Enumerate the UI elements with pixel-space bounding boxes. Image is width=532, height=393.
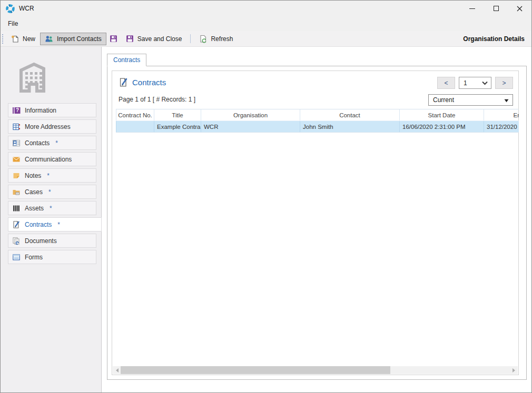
addresses-icon — [12, 123, 21, 131]
sidebar: ? Information More Addresses — [1, 47, 102, 393]
refresh-button[interactable]: Refresh — [194, 33, 238, 45]
organisation-building-icon — [13, 58, 51, 96]
import-contacts-button[interactable]: Import Contacts — [40, 33, 106, 45]
sidebar-item-label: Forms — [25, 254, 43, 261]
menu-bar: File — [1, 16, 531, 31]
envelope-icon — [12, 155, 21, 164]
documents-icon — [12, 237, 21, 245]
window-controls — [460, 1, 531, 16]
dropdown-arrow-icon — [504, 99, 509, 103]
contract-icon — [12, 220, 21, 229]
toolbar-separator — [190, 34, 191, 43]
column-header[interactable]: End Date — [484, 109, 519, 121]
sidebar-nav: ? Information More Addresses — [8, 103, 96, 266]
prev-page-button[interactable]: < — [437, 77, 455, 89]
tab-contracts[interactable]: Contracts — [107, 54, 146, 66]
grid-header-row: Contract No. Title Organisation Contact … — [116, 109, 519, 121]
table-row[interactable]: Example Contract WCR John Smith 16/06/20… — [116, 121, 519, 133]
sidebar-item-notes[interactable]: Notes * — [8, 168, 96, 183]
sidebar-item-label: Documents — [25, 237, 57, 245]
save-button[interactable] — [106, 33, 121, 45]
modified-asterisk: * — [55, 139, 58, 147]
sidebar-item-contracts[interactable]: Contracts * — [8, 217, 102, 231]
page-info: Page 1 of 1 [ # Records: 1 ] — [119, 96, 195, 103]
cell-end-date: 31/12/2020 5 — [484, 121, 519, 133]
cell-title: Example Contract — [154, 121, 201, 133]
note-icon — [12, 172, 21, 180]
cell-organisation: WCR — [201, 121, 300, 133]
sidebar-item-assets[interactable]: Assets * — [8, 201, 96, 215]
content-area: ? Information More Addresses — [1, 47, 531, 393]
modified-asterisk: * — [47, 172, 50, 179]
maximize-button[interactable] — [484, 1, 508, 16]
sidebar-item-information[interactable]: ? Information — [8, 103, 96, 117]
sidebar-item-label: Contracts — [25, 221, 52, 228]
barcode-icon — [12, 204, 21, 213]
save-icon — [109, 34, 118, 43]
close-icon — [517, 6, 523, 12]
people-icon — [45, 35, 54, 43]
scroll-left-icon — [114, 368, 119, 372]
save-and-close-label: Save and Close — [137, 35, 182, 43]
column-header[interactable]: Title — [154, 109, 201, 121]
column-header[interactable]: Start Date — [400, 109, 484, 121]
horizontal-scrollbar[interactable] — [113, 366, 518, 374]
scroll-right-icon — [513, 368, 517, 372]
filter-value: Current — [433, 96, 454, 104]
close-button[interactable] — [508, 1, 531, 16]
chevron-down-icon — [482, 81, 488, 85]
new-document-icon — [11, 35, 19, 43]
sidebar-item-label: Assets — [25, 205, 44, 212]
maximize-icon — [494, 6, 499, 11]
cell-start-date: 16/06/2020 2:31:00 PM — [400, 121, 484, 133]
sidebar-item-communications[interactable]: Communications — [8, 152, 96, 166]
cell-contact: John Smith — [300, 121, 400, 133]
filter-dropdown[interactable]: Current — [428, 94, 513, 106]
scroll-left-button[interactable] — [113, 366, 121, 374]
contracts-grid: Contract No. Title Organisation Contact … — [116, 109, 519, 133]
scroll-right-button[interactable] — [510, 366, 518, 374]
new-button[interactable]: New — [6, 33, 40, 45]
page-select-value: 1 — [464, 79, 467, 87]
next-page-button[interactable]: > — [495, 77, 513, 89]
toolbar: New Import Contacts — [1, 31, 531, 47]
column-header[interactable]: Organisation — [201, 109, 300, 121]
sidebar-item-label: More Addresses — [25, 123, 71, 130]
contracts-panel: Contracts < 1 > Page 1 of 1 [ # Records:… — [112, 70, 519, 375]
column-header[interactable]: Contract No. — [116, 109, 154, 121]
window-title: WCR — [19, 5, 34, 12]
minimize-icon — [469, 8, 475, 9]
sidebar-item-contacts[interactable]: Contacts * — [8, 136, 96, 150]
save-and-close-button[interactable]: Save and Close — [121, 33, 187, 45]
panel-heading: Contracts — [119, 77, 166, 87]
sidebar-item-label: Communications — [25, 156, 72, 163]
scrollbar-thumb[interactable] — [121, 366, 390, 374]
page-select[interactable]: 1 — [459, 77, 491, 89]
sidebar-item-documents[interactable]: Documents — [8, 234, 96, 248]
title-bar: WCR — [1, 1, 531, 16]
contract-icon — [119, 77, 129, 87]
sidebar-item-label: Contacts — [25, 139, 50, 147]
minimize-button[interactable] — [460, 1, 484, 16]
sidebar-item-cases[interactable]: Cases * — [8, 185, 96, 199]
save-icon — [125, 34, 134, 43]
contact-card-icon — [12, 139, 21, 147]
sidebar-item-more-addresses[interactable]: More Addresses — [8, 119, 96, 134]
modified-asterisk: * — [57, 221, 60, 228]
import-contacts-label: Import Contacts — [57, 35, 102, 43]
svg-text:?: ? — [16, 107, 19, 113]
modified-asterisk: * — [48, 188, 51, 196]
menu-file[interactable]: File — [4, 18, 22, 29]
sidebar-item-label: Information — [25, 107, 56, 114]
folder-icon — [12, 188, 21, 196]
sidebar-item-forms[interactable]: Forms — [8, 250, 96, 264]
sidebar-item-label: Cases — [25, 188, 43, 196]
app-logo-icon — [6, 4, 15, 13]
modified-asterisk: * — [50, 205, 52, 212]
toolbar-grip — [2, 34, 3, 44]
app-window: WCR File New — [0, 0, 532, 393]
form-icon — [12, 253, 21, 261]
context-title: Organisation Details — [463, 35, 525, 43]
column-header[interactable]: Contact — [300, 109, 400, 121]
contracts-tab-page: Contracts < 1 > Page 1 of 1 [ # Records:… — [107, 66, 527, 380]
